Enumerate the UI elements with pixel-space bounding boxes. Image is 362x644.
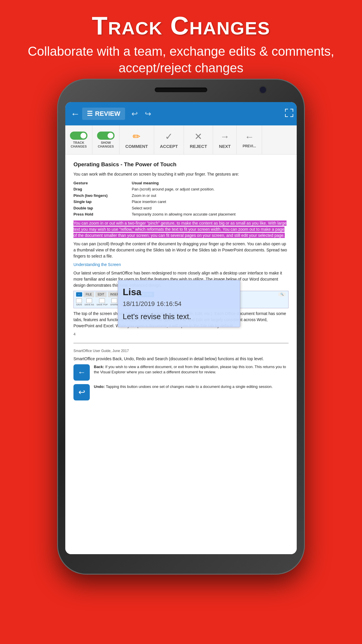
comment-label: COMMENT (125, 144, 148, 149)
page-subtitle: Collaborate with a team, exchange edits … (17, 43, 345, 76)
highlighted-text: You can zoom in or out with a two-finger… (73, 220, 287, 238)
phone-speaker (155, 88, 207, 92)
table-row: Double tap Select word (73, 205, 289, 211)
second-doc-para: SmartOffice provides Back, Undo, Redo an… (73, 356, 289, 362)
back-arrow-icon: ← (78, 366, 86, 379)
toolbar-title-label: REVIEW (95, 110, 120, 118)
svg-rect-5 (285, 114, 286, 117)
table-row: Single tap Place insertion caret (73, 199, 289, 205)
comment-popup: Lisa 18/11/2019 16:16:54 Let's revise th… (118, 280, 240, 327)
doc-understanding-link[interactable]: Understanding the Screen (73, 262, 289, 268)
second-doc-header: SmartOffice User Guide, June 2017 (73, 348, 289, 354)
track-changes-toggle[interactable] (70, 132, 87, 140)
review-toolbar: ← ☰ REVIEW ↩ ↪ (65, 102, 297, 125)
undo-description: Undo: Tapping this button undoes one set… (94, 384, 273, 389)
doc-intro: You can work with the document on screen… (73, 171, 289, 177)
back-description: Back: If you wish to view a different do… (94, 364, 289, 375)
back-button[interactable]: ← (68, 108, 82, 119)
show-changes-toggle-group: SHOWCHANGES (92, 125, 120, 154)
undo-desc-text: Tapping this button undoes one set of ch… (106, 384, 273, 389)
comment-body: Let's revise this text. (123, 311, 235, 322)
redo-button[interactable]: ↪ (142, 108, 154, 120)
review-menu-button[interactable]: ☰ REVIEW (82, 108, 125, 120)
show-changes-toggle[interactable] (97, 132, 115, 140)
second-doc-section: SmartOffice User Guide, June 2017 SmartO… (73, 343, 289, 400)
comment-author: Lisa (123, 285, 235, 299)
next-button[interactable]: → NEXT (213, 125, 237, 154)
reject-icon: ✕ (194, 131, 202, 142)
next-icon: → (220, 131, 229, 142)
accept-icon: ✓ (165, 131, 173, 142)
back-desc-text: If you wish to view a different document… (94, 365, 286, 374)
phone-camera (259, 86, 267, 94)
show-changes-label: SHOWCHANGES (98, 141, 114, 148)
hamburger-icon: ☰ (87, 110, 93, 118)
doc-pan-para: You can pan (scroll) through the content… (73, 241, 289, 259)
comment-date: 18/11/2019 16:16:54 (123, 299, 235, 309)
reject-button[interactable]: ✕ REJECT (184, 125, 213, 154)
document-content: Operating Basics - The Power of Touch Yo… (65, 155, 297, 554)
doc-title: Operating Basics - The Power of Touch (73, 160, 289, 169)
next-label: NEXT (219, 144, 231, 149)
table-header-gesture: Gesture (73, 180, 132, 186)
svg-rect-3 (293, 109, 293, 112)
doc-gestures-table: Gesture Usual meaning Drag Pan (scroll) … (73, 180, 289, 217)
back-label: Back: (94, 365, 104, 369)
undo-icon-row: ↩ Undo: Tapping this button undoes one s… (73, 384, 289, 400)
undo-label: Undo: (94, 384, 105, 389)
page-title: Track Changes (17, 12, 345, 40)
undo-button[interactable]: ↩ (129, 108, 141, 120)
previous-label: PREVI... (242, 144, 256, 148)
comment-icon: ✏ (133, 131, 140, 142)
doc-highlighted-para: You can zoom in or out with a two-finger… (73, 220, 289, 239)
fullscreen-button[interactable] (284, 108, 294, 120)
table-row: Press Hold Temporarily zooms in allowing… (73, 211, 289, 217)
phone-mockup: ← ☰ REVIEW ↩ ↪ (57, 79, 305, 575)
track-changes-toggle-group: TRACKCHANGES (65, 125, 92, 154)
undo-arrow-icon: ↩ (78, 386, 85, 398)
back-icon-box: ← (73, 364, 90, 381)
review-action-bar: TRACKCHANGES SHOWCHANGES ✏ COMMENT ✓ ACC… (65, 125, 297, 155)
comment-button[interactable]: ✏ COMMENT (120, 125, 154, 154)
previous-button[interactable]: ← PREVI... (237, 125, 262, 154)
accept-button[interactable]: ✓ ACCEPT (154, 125, 184, 154)
table-row: Drag Pan (scroll) around page, or adjust… (73, 186, 289, 192)
table-row: Pinch (two fingers) Zoom in or out (73, 193, 289, 199)
undo-redo-group: ↩ ↪ (129, 108, 154, 120)
reject-label: REJECT (190, 144, 207, 149)
svg-rect-7 (293, 114, 293, 117)
back-icon-row: ← Back: If you wish to view a different … (73, 364, 289, 381)
phone-screen: ← ☰ REVIEW ↩ ↪ (65, 102, 297, 554)
track-changes-label: TRACKCHANGES (71, 141, 87, 148)
understanding-link[interactable]: Understanding the Screen (73, 262, 121, 267)
doc-page-number: 4 (73, 331, 289, 337)
undo-icon-box: ↩ (73, 384, 90, 400)
header-section: Track Changes Collaborate with a team, e… (0, 0, 362, 82)
accept-label: ACCEPT (160, 144, 178, 149)
previous-icon: ← (245, 132, 254, 142)
table-header-meaning: Usual meaning (132, 180, 289, 186)
svg-rect-1 (285, 109, 286, 112)
